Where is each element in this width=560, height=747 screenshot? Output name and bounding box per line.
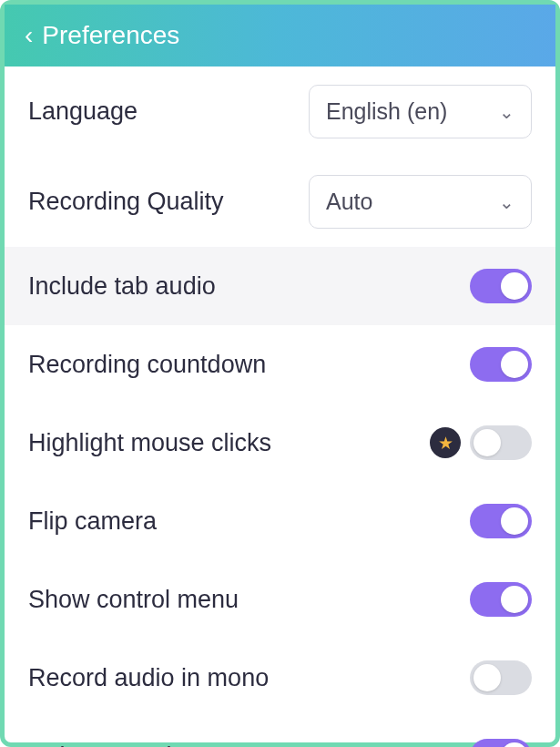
label-include-tab-audio: Include tab audio — [28, 272, 216, 301]
row-language: Language English (en) ⌄ — [5, 67, 555, 157]
row-highlight-mouse-clicks: Highlight mouse clicks ★ — [5, 404, 555, 482]
language-value: English (en) — [326, 98, 447, 125]
preferences-panel: ‹ Preferences Language English (en) ⌄ Re… — [0, 0, 560, 747]
label-show-control-menu: Show control menu — [28, 586, 239, 614]
preferences-header[interactable]: ‹ Preferences — [5, 5, 555, 67]
chevron-down-icon: ⌄ — [499, 191, 514, 213]
label-noise-control: Noise control — [28, 742, 172, 748]
settings-list: Language English (en) ⌄ Recording Qualit… — [5, 67, 555, 747]
label-recording-quality: Recording Quality — [28, 188, 224, 216]
back-chevron-icon: ‹ — [25, 23, 33, 48]
toggle-record-audio-mono[interactable] — [470, 660, 532, 695]
language-select[interactable]: English (en) ⌄ — [309, 85, 532, 138]
row-include-tab-audio: Include tab audio — [5, 247, 555, 325]
row-flip-camera: Flip camera — [5, 482, 555, 560]
label-recording-countdown: Recording countdown — [28, 351, 266, 379]
label-language: Language — [28, 97, 137, 126]
recording-quality-select[interactable]: Auto ⌄ — [309, 175, 532, 229]
row-noise-control: Noise control — [5, 717, 555, 747]
label-highlight-mouse-clicks: Highlight mouse clicks — [28, 429, 271, 457]
label-flip-camera: Flip camera — [28, 507, 157, 536]
row-show-control-menu: Show control menu — [5, 560, 555, 639]
toggle-highlight-mouse-clicks[interactable] — [470, 425, 532, 460]
header-title: Preferences — [42, 21, 179, 50]
toggle-show-control-menu[interactable] — [470, 582, 532, 617]
premium-star-icon[interactable]: ★ — [430, 427, 461, 458]
toggle-recording-countdown[interactable] — [470, 347, 532, 382]
toggle-include-tab-audio[interactable] — [470, 269, 532, 303]
highlight-clicks-controls: ★ — [430, 425, 532, 460]
toggle-flip-camera[interactable] — [470, 504, 532, 538]
recording-quality-value: Auto — [326, 189, 372, 215]
label-record-audio-mono: Record audio in mono — [28, 664, 269, 692]
row-recording-countdown: Recording countdown — [5, 325, 555, 404]
chevron-down-icon: ⌄ — [499, 101, 514, 123]
toggle-noise-control[interactable] — [470, 739, 532, 747]
row-recording-quality: Recording Quality Auto ⌄ — [5, 157, 555, 247]
row-record-audio-mono: Record audio in mono — [5, 639, 555, 717]
